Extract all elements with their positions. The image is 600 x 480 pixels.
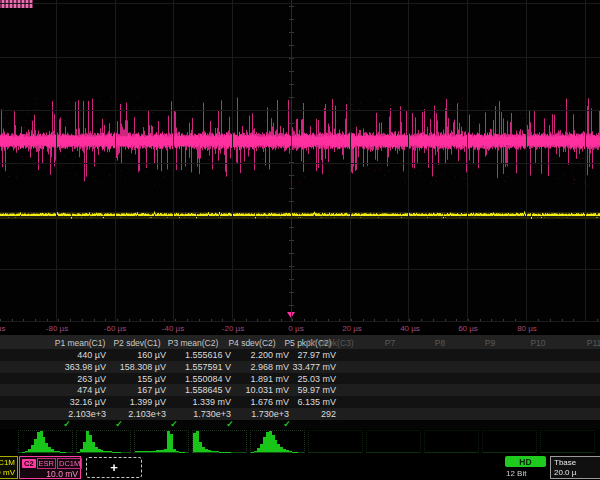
measure-header[interactable]: P2 sdev(C1) bbox=[113, 338, 160, 348]
grid-hline bbox=[0, 163, 600, 164]
measure-value: 2.200 mV bbox=[250, 350, 289, 360]
measure-value: 474 µV bbox=[77, 385, 106, 395]
c1-scale-label: 0 mV bbox=[0, 468, 15, 478]
grid-hline bbox=[0, 57, 600, 58]
measure-header-unused[interactable]: P11 bbox=[587, 338, 600, 348]
measure-histicon-empty bbox=[308, 430, 363, 453]
time-axis-labels: -100 µs-80 µs-60 µs-40 µs-20 µs0 µs20 µs… bbox=[0, 322, 600, 335]
time-axis-label: -80 µs bbox=[46, 324, 68, 333]
status-check-icon: ✓ bbox=[63, 419, 71, 429]
grid-vline bbox=[115, 0, 116, 322]
status-check-icon: ✓ bbox=[226, 419, 234, 429]
measure-value: 6.135 mV bbox=[297, 397, 336, 407]
hd-label: HD bbox=[519, 457, 531, 467]
grid-vline bbox=[526, 0, 527, 322]
grid-vline bbox=[350, 0, 351, 322]
c2-channel-descriptor[interactable]: C2 ESR DC1M 10.0 mV bbox=[19, 456, 81, 479]
grid-vline bbox=[173, 0, 174, 322]
measure-histicon bbox=[76, 430, 131, 453]
measure-header-unused[interactable]: P6 pkpk(C3) bbox=[306, 338, 353, 348]
measure-value: 155 µV bbox=[137, 374, 166, 384]
grid-vline bbox=[56, 0, 57, 322]
measure-row: 474 µV167 µV1.558645 V10.031 mV59.97 mV bbox=[0, 384, 600, 396]
trace-label-badge bbox=[0, 0, 33, 8]
measure-histicon bbox=[192, 430, 247, 453]
time-axis-label: 20 µs bbox=[342, 324, 362, 333]
time-axis-label: -100 µs bbox=[0, 324, 5, 333]
status-check-icon: ✓ bbox=[170, 419, 178, 429]
time-axis-label: 0 µs bbox=[288, 324, 303, 333]
measure-header-unused[interactable]: P7 bbox=[385, 338, 395, 348]
measure-header-unused[interactable]: P10 bbox=[530, 338, 545, 348]
timebase-value: 20.0 µ bbox=[554, 468, 600, 478]
measure-value: 1.557591 V bbox=[185, 362, 231, 372]
measure-value: 1.555616 V bbox=[185, 350, 231, 360]
grid-vline bbox=[291, 0, 292, 322]
waveform-grid[interactable] bbox=[0, 0, 600, 322]
status-check-icon: ✓ bbox=[115, 419, 123, 429]
grid-vline bbox=[232, 0, 233, 322]
hd-mode-badge[interactable]: HD bbox=[505, 456, 546, 467]
measure-value: 1.891 mV bbox=[250, 374, 289, 384]
measure-value: 158.308 µV bbox=[120, 362, 166, 372]
measure-value: 160 µV bbox=[137, 350, 166, 360]
plus-icon: + bbox=[110, 460, 118, 475]
measure-value: 25.03 mV bbox=[297, 374, 336, 384]
measurement-table-header-row: P1 mean(C1)P2 sdev(C1)P3 mean(C2)P4 sdev… bbox=[0, 335, 600, 349]
timebase-title: Tbase bbox=[554, 458, 600, 468]
measure-header[interactable]: P1 mean(C1) bbox=[55, 338, 106, 348]
grid-hline bbox=[0, 269, 600, 270]
measure-value: 1.676 mV bbox=[250, 397, 289, 407]
waveform-canvas[interactable] bbox=[0, 0, 600, 322]
oscilloscope-screen: -100 µs-80 µs-60 µs-40 µs-20 µs0 µs20 µs… bbox=[0, 0, 600, 480]
time-axis-label: -40 µs bbox=[162, 324, 184, 333]
c1-channel-descriptor[interactable]: C1M 0 mV bbox=[0, 456, 18, 479]
measurement-table: P1 mean(C1)P2 sdev(C1)P3 mean(C2)P4 sdev… bbox=[0, 335, 600, 429]
measure-value: 1.558645 V bbox=[185, 385, 231, 395]
measure-header[interactable]: P4 sdev(C2) bbox=[228, 338, 275, 348]
timebase-descriptor[interactable]: Tbase 20.0 µ bbox=[550, 456, 600, 479]
measure-value: 2.968 mV bbox=[250, 362, 289, 372]
c2-coupling-badge: DC1M bbox=[57, 458, 82, 469]
c1-coupling-label: C1M bbox=[0, 458, 15, 468]
measure-value: 27.97 mV bbox=[297, 350, 336, 360]
measure-value: 59.97 mV bbox=[297, 385, 336, 395]
measure-row: 363.98 µV158.308 µV1.557591 V2.968 mV33.… bbox=[0, 361, 600, 373]
add-trace-box[interactable]: + bbox=[86, 457, 142, 478]
measure-value: 1.730e+3 bbox=[193, 409, 231, 419]
time-axis-label: 40 µs bbox=[400, 324, 420, 333]
measure-value: 363.98 µV bbox=[65, 362, 106, 372]
measure-row: 263 µV155 µV1.550084 V1.891 mV25.03 mV bbox=[0, 373, 600, 385]
measure-value: 33.477 mV bbox=[292, 362, 336, 372]
grid-hline bbox=[0, 110, 600, 111]
measure-histicon-empty bbox=[482, 430, 537, 453]
descriptor-row: C1M 0 mV C2 ESR DC1M 10.0 mV + HD 12 Bit… bbox=[0, 456, 600, 480]
measure-header[interactable]: P3 mean(C2) bbox=[168, 338, 219, 348]
grid-vline bbox=[585, 0, 586, 322]
measure-header-unused[interactable]: P8 bbox=[435, 338, 445, 348]
grid-hline bbox=[0, 3, 600, 4]
measure-value: 2.103e+3 bbox=[128, 409, 166, 419]
measure-histicon bbox=[134, 430, 189, 453]
measure-histicon-empty bbox=[424, 430, 479, 453]
time-axis-label: 80 µs bbox=[517, 324, 537, 333]
hd-bits-label: 12 Bit bbox=[506, 469, 526, 478]
measure-histicon-empty bbox=[366, 430, 421, 453]
c2-esr-badge: ESR bbox=[37, 458, 56, 469]
measure-value: 2.103e+3 bbox=[68, 409, 106, 419]
c2-scale-label: 10.0 mV bbox=[22, 469, 78, 480]
measure-value: 292 bbox=[321, 409, 336, 419]
measure-header-unused[interactable]: P9 bbox=[485, 338, 495, 348]
measure-value: 1.550084 V bbox=[185, 374, 231, 384]
measure-value: 32.16 µV bbox=[70, 397, 106, 407]
grid-vline bbox=[467, 0, 468, 322]
c2-channel-tab: C2 bbox=[22, 459, 36, 468]
measure-value: 1.730e+3 bbox=[251, 409, 289, 419]
histicon-row bbox=[0, 429, 600, 455]
measure-value: 1.339 mV bbox=[192, 397, 231, 407]
measure-value: 263 µV bbox=[77, 374, 106, 384]
time-axis-label: -60 µs bbox=[104, 324, 126, 333]
grid-vline bbox=[408, 0, 409, 322]
measure-row: 32.16 µV1.399 µV1.339 mV1.676 mV6.135 mV bbox=[0, 396, 600, 408]
measure-row: 2.103e+32.103e+31.730e+31.730e+3292 bbox=[0, 408, 600, 420]
